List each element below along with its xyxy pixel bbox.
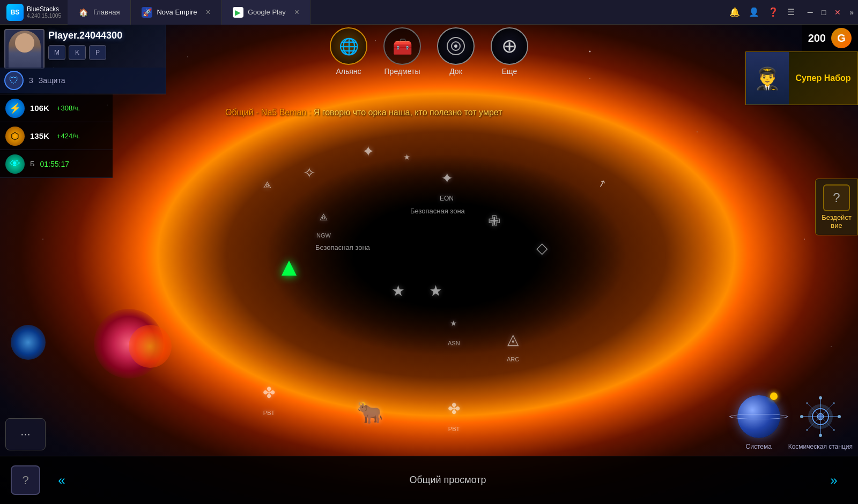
alliance-button[interactable]: 🌐 Альянс <box>327 27 370 76</box>
timer-value: 01:55:17 <box>40 160 70 168</box>
chat-icon: ··· <box>20 427 30 441</box>
nav-title: Общий просмотр <box>75 475 820 486</box>
bluestacks-name: BlueStacks <box>27 5 61 13</box>
svg-point-2 <box>454 45 457 48</box>
gplay-close-icon[interactable]: × <box>294 8 299 17</box>
nav-prev-icon: « <box>58 473 65 488</box>
more-label: Еще <box>502 67 517 76</box>
tab-home[interactable]: 🏠 Главная <box>68 0 131 25</box>
resource-energy[interactable]: ⚡ 106K +308/ч. <box>0 94 113 122</box>
system-icon <box>735 392 783 441</box>
tab-google-play[interactable]: ▶ Google Play × <box>222 0 310 25</box>
ship-triangle <box>282 261 297 276</box>
player-avatar[interactable] <box>4 29 45 69</box>
bluestacks-version: 4.240.15.1005 <box>27 13 61 19</box>
system-label: Система <box>746 443 772 450</box>
tab-gplay-label: Google Play <box>248 8 286 16</box>
more-icon: ⊕ <box>491 27 528 65</box>
badge-p[interactable]: P <box>89 45 106 60</box>
defense-label: Защита <box>39 76 65 85</box>
timer-label: Б <box>30 160 35 168</box>
items-icon: 🧰 <box>383 27 421 65</box>
currency-area[interactable]: 200 G <box>802 25 858 51</box>
gplay-tab-icon: ▶ <box>233 7 243 18</box>
gold-rate: +424/ч. <box>57 132 80 140</box>
svg-point-11 <box>800 415 803 418</box>
account-icon[interactable]: 👤 <box>749 7 759 17</box>
station-label: Космическая станция <box>788 443 853 450</box>
tab-nova-empire[interactable]: 🚀 Nova Empire × <box>131 0 221 25</box>
player-panel: Player.24044300 M K P 🛡 3 Защита <box>0 25 166 94</box>
resource-timer[interactable]: 👁 Б 01:55:17 <box>0 150 113 178</box>
gold-amount: 135K <box>30 131 49 140</box>
menu-icon[interactable]: ☰ <box>787 7 795 17</box>
svg-point-10 <box>819 434 822 437</box>
titlebar-controls: 🔔 👤 ❓ ☰ <box>721 7 803 17</box>
more-button[interactable]: ⊕ Еще <box>488 27 531 76</box>
bottom-nav: ? « Общий просмотр » <box>0 456 858 504</box>
nova-tab-icon: 🚀 <box>142 7 152 18</box>
alliance-icon: 🌐 <box>330 27 367 65</box>
defense-area[interactable]: 🛡 3 Защита <box>0 68 166 93</box>
resource-gold[interactable]: ⬡ 135K +424/ч. <box>0 122 113 150</box>
super-set-avatar: 👨‍✈️ <box>746 51 789 105</box>
gold-icon: ⬡ <box>5 127 25 146</box>
titlebar: BS BlueStacks 4.240.15.1005 🏠 Главная 🚀 … <box>0 0 858 25</box>
game-area[interactable]: Безопасная зона Безопасная зона ✦EON ⟁NG… <box>0 25 858 504</box>
energy-icon: ⚡ <box>5 99 25 118</box>
station-button[interactable]: Космическая станция <box>788 392 853 450</box>
nav-next-button[interactable]: » <box>820 467 847 494</box>
svg-point-15 <box>833 402 835 404</box>
system-button[interactable]: Система <box>735 392 783 450</box>
close-button[interactable]: ✕ <box>830 8 845 17</box>
nova-close-icon[interactable]: × <box>206 8 211 17</box>
player-badges: M K P <box>48 45 106 60</box>
idle-button[interactable]: ? Бездейст вие <box>815 179 858 235</box>
nav-next-icon: » <box>830 473 837 488</box>
player-ship <box>282 261 297 276</box>
badge-k[interactable]: K <box>69 45 86 60</box>
bluestacks-icon: BS <box>6 4 24 21</box>
player-name: Player.24044300 <box>48 30 122 41</box>
tab-nova-label: Nova Empire <box>157 8 197 16</box>
minimize-button[interactable]: ─ <box>803 8 817 17</box>
defense-icon: 🛡 <box>4 71 24 90</box>
currency-icon: G <box>831 28 852 48</box>
notification-icon[interactable]: 🔔 <box>729 7 740 17</box>
eye-icon: 👁 <box>5 154 25 174</box>
system-ring <box>729 414 788 419</box>
station-icon <box>796 392 845 441</box>
energy-rate: +308/ч. <box>57 104 80 112</box>
nav-help-button[interactable]: ? <box>11 465 40 495</box>
nav-prev-button[interactable]: « <box>48 467 75 494</box>
super-set-label: Супер Набор <box>789 68 857 90</box>
currency-value: 200 <box>808 32 826 45</box>
home-tab-icon: 🏠 <box>78 7 89 18</box>
svg-point-9 <box>819 396 822 399</box>
energy-amount: 106K <box>30 103 49 113</box>
help-icon[interactable]: ❓ <box>768 7 779 17</box>
svg-point-16 <box>806 429 808 431</box>
system-dot <box>770 392 778 400</box>
dock-button[interactable]: Док <box>434 27 477 76</box>
bottom-right-panel: Система <box>729 387 858 456</box>
resources-panel: ⚡ 106K +308/ч. ⬡ 135K +424/ч. 👁 Б 01:55:… <box>0 94 113 178</box>
tab-home-label: Главная <box>93 8 120 16</box>
defense-level: 3 <box>29 76 33 85</box>
dock-label: Док <box>449 67 462 76</box>
alliance-label: Альянс <box>336 67 361 76</box>
items-button[interactable]: 🧰 Предметы <box>381 27 424 76</box>
expand-icon[interactable]: » <box>845 8 858 17</box>
system-planet <box>737 395 780 438</box>
maximize-button[interactable]: □ <box>817 8 830 17</box>
avatar-person <box>9 31 41 68</box>
super-set-banner[interactable]: 👨‍✈️ Супер Набор <box>745 51 858 105</box>
badge-m[interactable]: M <box>48 45 65 60</box>
chat-button[interactable]: ··· <box>5 418 46 450</box>
idle-label: Бездейст вие <box>822 213 852 229</box>
items-label: Предметы <box>384 67 420 76</box>
idle-icon: ? <box>823 184 850 211</box>
svg-point-17 <box>810 406 831 427</box>
dock-icon <box>437 27 475 65</box>
svg-point-13 <box>806 402 808 404</box>
